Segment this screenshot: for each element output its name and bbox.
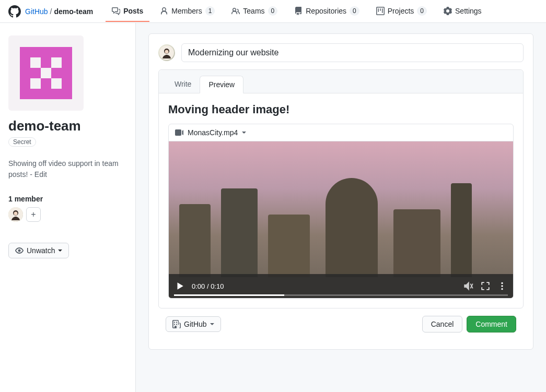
- breadcrumb: GitHub / demo-team: [25, 7, 93, 16]
- eye-icon: [15, 246, 24, 255]
- tab-projects-count: 0: [417, 6, 427, 16]
- tab-projects[interactable]: Projects 0: [370, 1, 433, 22]
- comment-button[interactable]: Comment: [467, 316, 516, 332]
- fullscreen-button[interactable]: [481, 281, 490, 291]
- organization-icon: [172, 320, 181, 328]
- breadcrumb-separator: /: [50, 7, 52, 16]
- caret-down-icon: [58, 250, 62, 252]
- video-progress[interactable]: [174, 294, 508, 296]
- unwatch-button[interactable]: Unwatch: [8, 243, 69, 258]
- svg-point-5: [165, 50, 169, 54]
- post-author-avatar[interactable]: [158, 44, 175, 61]
- team-name: demo-team: [8, 118, 127, 134]
- members-count-label: 1 member: [8, 195, 127, 203]
- video-player[interactable]: 0:00 / 0:10: [169, 141, 513, 298]
- video-menu-button[interactable]: [497, 281, 507, 291]
- tab-repositories-label: Repositories: [306, 7, 346, 15]
- person-icon: [160, 7, 168, 15]
- editor-tab-preview[interactable]: Preview: [200, 76, 243, 93]
- add-member-button[interactable]: +: [26, 207, 41, 222]
- tab-settings[interactable]: Settings: [437, 1, 488, 22]
- caret-down-icon[interactable]: [242, 132, 246, 134]
- breadcrumb-team[interactable]: demo-team: [54, 7, 93, 16]
- tab-posts-label: Posts: [123, 7, 143, 15]
- tab-teams-label: Teams: [243, 7, 264, 15]
- tab-repositories[interactable]: Repositories 0: [288, 1, 366, 22]
- video-attachment: MonasCity.mp4: [168, 124, 514, 299]
- tab-projects-label: Projects: [388, 7, 414, 15]
- caret-down-icon: [210, 323, 214, 325]
- org-dropdown-label: GitHub: [184, 320, 207, 328]
- unwatch-label: Unwatch: [27, 246, 55, 255]
- play-button[interactable]: [175, 281, 184, 291]
- tab-teams[interactable]: Teams 0: [225, 1, 284, 22]
- video-time: 0:00 / 0:10: [192, 282, 224, 290]
- video-filename: MonasCity.mp4: [188, 128, 238, 137]
- kebab-icon: [497, 281, 507, 291]
- cancel-button[interactable]: Cancel: [422, 316, 463, 332]
- tab-members[interactable]: Members 1: [154, 1, 221, 22]
- preview-heading: Moving header image!: [168, 103, 514, 116]
- video-icon: [175, 128, 183, 137]
- people-icon: [231, 7, 240, 15]
- github-logo[interactable]: [8, 5, 21, 18]
- project-icon: [376, 7, 385, 15]
- svg-point-7: [501, 285, 503, 287]
- tab-repositories-count: 0: [350, 6, 359, 16]
- comment-discussion-icon: [112, 7, 120, 15]
- visibility-badge: Secret: [8, 137, 36, 147]
- org-dropdown[interactable]: GitHub: [166, 316, 221, 332]
- team-description: Showing off video support in team posts!…: [8, 158, 127, 180]
- fullscreen-icon: [481, 281, 490, 291]
- tab-members-label: Members: [171, 7, 202, 15]
- post-title-input[interactable]: [181, 43, 524, 62]
- svg-point-2: [14, 212, 18, 216]
- tab-settings-label: Settings: [455, 7, 482, 15]
- team-avatar: [8, 35, 84, 111]
- breadcrumb-org-link[interactable]: GitHub: [25, 7, 48, 16]
- editor-tab-write[interactable]: Write: [166, 76, 200, 93]
- svg-point-8: [501, 288, 503, 290]
- play-icon: [175, 281, 184, 291]
- tab-posts[interactable]: Posts: [106, 1, 149, 22]
- gear-icon: [444, 7, 452, 15]
- tab-teams-count: 0: [268, 6, 278, 16]
- volume-icon: [464, 281, 473, 291]
- tab-members-count: 1: [205, 6, 215, 16]
- repo-icon: [294, 7, 303, 15]
- volume-button[interactable]: [464, 281, 473, 291]
- svg-point-6: [501, 282, 503, 284]
- member-avatar[interactable]: [8, 207, 23, 222]
